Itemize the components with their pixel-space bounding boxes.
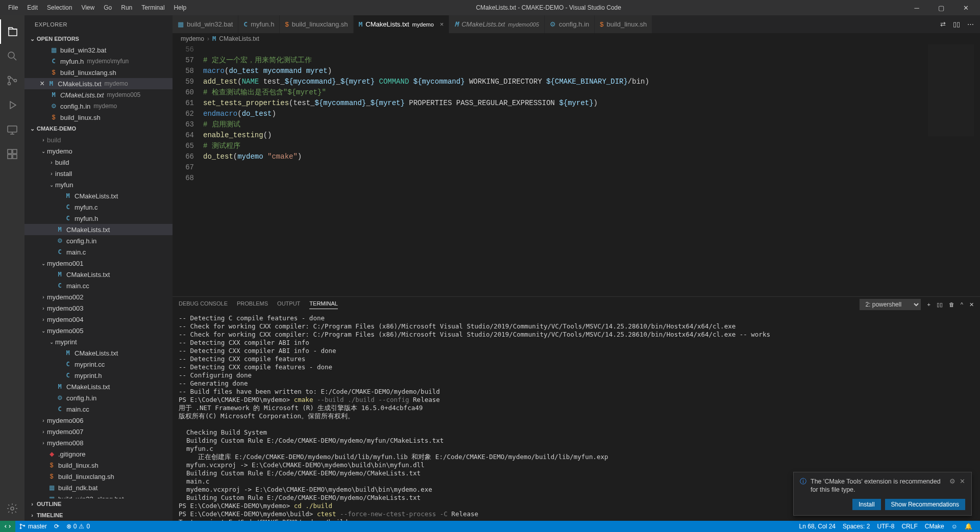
timeline-header[interactable]: › TIMELINE xyxy=(24,510,173,521)
file-item[interactable]: MCMakeLists.txt xyxy=(24,224,173,235)
menu-help[interactable]: Help xyxy=(170,2,191,13)
open-editor-item[interactable]: $build_linuxclang.sh xyxy=(24,67,173,78)
minimize-button[interactable]: ─ xyxy=(906,4,927,12)
open-editor-item[interactable]: ⚙config.h.inmydemo xyxy=(24,100,173,112)
panel-tab-output[interactable]: OUTPUT xyxy=(277,300,300,309)
folder-item[interactable]: ⌄myprint xyxy=(24,336,173,347)
close-button[interactable]: ✕ xyxy=(955,4,976,12)
menu-selection[interactable]: Selection xyxy=(43,2,76,13)
menu-edit[interactable]: Edit xyxy=(23,2,42,13)
file-item[interactable]: $build_linuxclang.sh xyxy=(24,471,173,482)
file-item[interactable]: Cmain.cc xyxy=(24,403,173,415)
open-editor-item[interactable]: ×MCMakeLists.txtmydemo xyxy=(24,78,173,89)
cursor-position[interactable]: Ln 68, Col 24 xyxy=(796,523,839,530)
file-item[interactable]: ◆.gitignore xyxy=(24,448,173,460)
folder-item[interactable]: ›mydemo003 xyxy=(24,302,173,314)
install-button[interactable]: Install xyxy=(852,499,880,510)
file-item[interactable]: ▦build_ndk.bat xyxy=(24,482,173,493)
maximize-button[interactable]: ▢ xyxy=(931,4,951,12)
folder-item[interactable]: ›build xyxy=(24,157,173,168)
editor-tab[interactable]: MCMakeLists.txtmydemo005 xyxy=(449,15,545,33)
code-editor[interactable]: 56575859606162636465666768 # 定义一个宏，用来简化测… xyxy=(173,44,980,296)
folder-item[interactable]: ›install xyxy=(24,168,173,179)
remote-icon[interactable] xyxy=(0,117,24,142)
folder-item[interactable]: ⌄mydemo xyxy=(24,145,173,157)
editor-tab[interactable]: ▦build_win32.bat xyxy=(173,15,238,33)
file-item[interactable]: MCMakeLists.txt xyxy=(24,269,173,280)
split-editor-icon[interactable]: ▯▯ xyxy=(953,20,960,28)
menu-go[interactable]: Go xyxy=(100,2,116,13)
remote-indicator[interactable] xyxy=(0,521,15,532)
folder-item[interactable]: ›mydemo004 xyxy=(24,314,173,325)
open-editors-header[interactable]: ⌄ OPEN EDITORS xyxy=(24,33,173,44)
file-item[interactable]: ⚙config.h.in xyxy=(24,392,173,403)
panel-tab-problems[interactable]: PROBLEMS xyxy=(237,300,268,309)
menu-view[interactable]: View xyxy=(77,2,99,13)
open-editor-item[interactable]: MCMakeLists.txtmydemo005 xyxy=(24,89,173,100)
panel-tab-terminal[interactable]: TERMINAL xyxy=(309,300,338,309)
open-editor-item[interactable]: ▦build_win32.bat xyxy=(24,44,173,56)
editor-tab[interactable]: MCMakeLists.txtmydemo× xyxy=(354,15,450,33)
open-editor-item[interactable]: $build_linux.sh xyxy=(24,112,173,123)
file-item[interactable]: ▦build_win32_clang.bat xyxy=(24,493,173,498)
folder-item[interactable]: ›mydemo002 xyxy=(24,291,173,302)
new-terminal-icon[interactable]: + xyxy=(927,301,930,308)
file-item[interactable]: MCMakeLists.txt xyxy=(24,347,173,359)
source-control-icon[interactable] xyxy=(0,68,24,93)
file-item[interactable]: Cmyfun.h xyxy=(24,213,173,224)
file-item[interactable]: Cmain.c xyxy=(24,246,173,258)
menu-file[interactable]: File xyxy=(4,2,22,13)
close-icon[interactable]: ✕ xyxy=(960,477,965,485)
notifications-icon[interactable]: 🔔 xyxy=(961,523,976,530)
problems-status[interactable]: ⊗0 ⚠0 xyxy=(63,523,93,530)
close-icon[interactable]: × xyxy=(440,20,444,28)
debug-icon[interactable] xyxy=(0,93,24,117)
show-recommendations-button[interactable]: Show Recommendations xyxy=(885,499,965,510)
folder-item[interactable]: ›mydemo006 xyxy=(24,415,173,426)
settings-gear-icon[interactable] xyxy=(0,496,24,521)
editor-tab[interactable]: $build_linux.sh xyxy=(595,15,652,33)
menu-terminal[interactable]: Terminal xyxy=(137,2,168,13)
minimap[interactable] xyxy=(928,44,974,136)
indentation[interactable]: Spaces: 2 xyxy=(839,523,873,530)
more-icon[interactable]: ⋯ xyxy=(967,20,974,28)
breadcrumb-item[interactable]: CMakeLists.txt xyxy=(219,35,259,42)
encoding[interactable]: UTF-8 xyxy=(873,523,898,530)
kill-terminal-icon[interactable]: 🗑 xyxy=(949,301,954,308)
maximize-panel-icon[interactable]: ^ xyxy=(961,301,963,308)
search-icon[interactable] xyxy=(0,44,24,68)
folder-item[interactable]: ⌄mydemo001 xyxy=(24,258,173,269)
file-item[interactable]: MCMakeLists.txt xyxy=(24,381,173,392)
open-editor-item[interactable]: Cmyfun.hmydemo\myfun xyxy=(24,56,173,67)
folder-item[interactable]: ⌄mydemo005 xyxy=(24,325,173,336)
compare-icon[interactable]: ⇄ xyxy=(940,20,946,28)
folder-item[interactable]: ›build xyxy=(24,134,173,145)
editor-tab[interactable]: ⚙config.h.in xyxy=(545,15,595,33)
file-item[interactable]: Cmyprint.cc xyxy=(24,359,173,370)
menu-run[interactable]: Run xyxy=(117,2,136,13)
panel-tab-debug-console[interactable]: DEBUG CONSOLE xyxy=(179,300,228,309)
gear-icon[interactable]: ⚙ xyxy=(949,477,955,485)
file-item[interactable]: Cmyprint.h xyxy=(24,370,173,381)
extensions-icon[interactable] xyxy=(0,142,24,166)
breadcrumb-item[interactable]: mydemo xyxy=(181,35,204,42)
language-mode[interactable]: CMake xyxy=(921,523,948,530)
outline-header[interactable]: › OUTLINE xyxy=(24,498,173,510)
breadcrumbs[interactable]: mydemo › M CMakeLists.txt xyxy=(173,33,980,44)
close-icon[interactable]: × xyxy=(40,79,44,88)
split-terminal-icon[interactable]: ▯▯ xyxy=(937,301,943,308)
file-item[interactable]: $build_linux.sh xyxy=(24,460,173,471)
file-item[interactable]: Cmyfun.c xyxy=(24,201,173,213)
explorer-icon[interactable] xyxy=(0,19,24,44)
eol[interactable]: CRLF xyxy=(898,523,921,530)
code-content[interactable]: # 定义一个宏，用来简化测试工作macro(do_test mycommand … xyxy=(203,44,980,296)
file-item[interactable]: Cmain.cc xyxy=(24,280,173,291)
git-branch[interactable]: master xyxy=(15,523,51,530)
folder-item[interactable]: ›mydemo007 xyxy=(24,426,173,437)
terminal-selector[interactable]: 2: powershell xyxy=(860,299,921,310)
folder-item[interactable]: ⌄myfun xyxy=(24,179,173,190)
feedback-icon[interactable]: ☺ xyxy=(948,523,961,530)
file-item[interactable]: MCMakeLists.txt xyxy=(24,190,173,201)
close-panel-icon[interactable]: ✕ xyxy=(969,301,974,308)
editor-tab[interactable]: Cmyfun.h xyxy=(238,15,280,33)
